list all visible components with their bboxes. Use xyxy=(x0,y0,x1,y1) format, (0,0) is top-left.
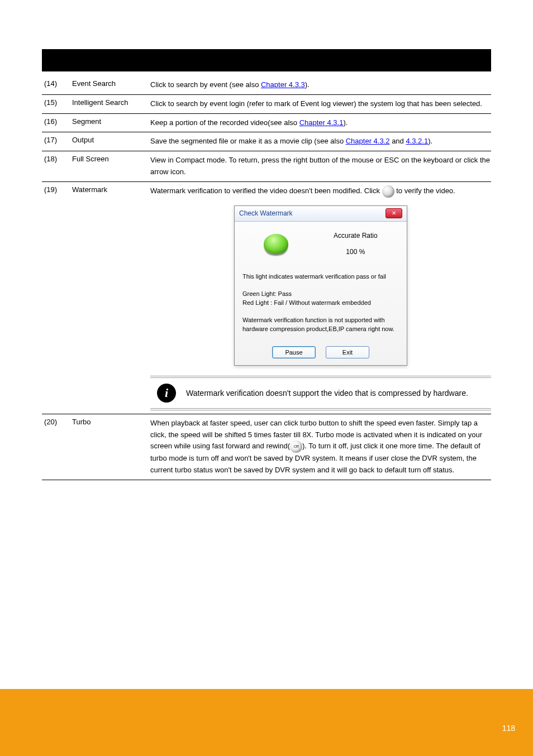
table-row-watermark: (19) Watermark Watermark verification to… xyxy=(42,182,491,410)
row-title: Intelligent Search xyxy=(72,98,150,107)
info-note-text: Watermark verification doesn't support t… xyxy=(186,387,468,399)
row-desc: Save the segmented file or make it as a … xyxy=(150,136,491,147)
watermark-after-icon-text: to verify the video. xyxy=(396,186,455,195)
exit-button[interactable]: Exit xyxy=(326,346,369,358)
row-title: Segment xyxy=(72,117,150,126)
pause-button[interactable]: Pause xyxy=(272,346,316,358)
link-chapter-4-3-2[interactable]: Chapter 4.3.2 xyxy=(346,137,390,145)
row-text: Click to search by event (see also xyxy=(150,80,261,89)
row-number: (14) xyxy=(42,79,72,88)
row-desc: When playback at faster speed, user can … xyxy=(150,418,491,476)
row-desc: Keep a portion of the recorded video(see… xyxy=(150,117,491,129)
close-icon[interactable]: ✕ xyxy=(386,208,402,218)
accurate-ratio-value: 100 % xyxy=(334,247,378,257)
table-row: (17) Output Save the segmented file or m… xyxy=(42,132,491,151)
row-desc: Watermark verification to verified the v… xyxy=(150,185,491,410)
row-number: (18) xyxy=(42,155,72,163)
row-text-after: ). xyxy=(428,137,432,145)
status-light-green xyxy=(264,234,288,254)
page-number: 118 xyxy=(502,724,515,733)
table-row-turbo: (20) Turbo When playback at faster speed… xyxy=(42,414,491,480)
link-4-3-2-1[interactable]: 4.3.2.1 xyxy=(406,137,428,145)
dialog-line2: Green Light: Pass xyxy=(242,290,292,297)
table-row: (15) Intelligent Search Click to search … xyxy=(42,95,491,114)
accurate-ratio-block: Accurate Ratio 100 % xyxy=(334,231,378,257)
accurate-ratio-label: Accurate Ratio xyxy=(334,231,378,241)
row-text: Keep a portion of the recorded video(see… xyxy=(150,118,299,127)
footer-bar: 118 xyxy=(0,689,533,756)
row-desc: Click to search by event login (refer to… xyxy=(150,98,491,110)
dialog-line1: This light indicates watermark verificat… xyxy=(242,272,399,281)
row-title: Watermark xyxy=(72,185,150,194)
watermark-tail-text: video doesn't been modified. Click xyxy=(270,186,382,195)
table-row: (18) Full Screen View in Compact mode. T… xyxy=(42,151,491,182)
row-text-after: ). xyxy=(343,118,348,127)
row-desc: View in Compact mode. To return, press t… xyxy=(150,155,491,178)
row-title: Output xyxy=(72,136,150,144)
info-icon: i xyxy=(157,384,176,403)
row-number: (16) xyxy=(42,117,72,126)
info-note-box: i Watermark verification doesn't support… xyxy=(150,376,491,410)
row-title: Turbo xyxy=(72,418,150,426)
row-number: (17) xyxy=(42,136,72,144)
row-number: (20) xyxy=(42,418,72,426)
turbo-off-icon[interactable]: Off xyxy=(290,441,302,453)
dialog-title: Check Watermark xyxy=(239,208,293,219)
watermark-lead-text: Watermark verification to verified the xyxy=(150,186,270,195)
dialog-line3: Red Light : Fail / Without watermark emb… xyxy=(242,299,371,306)
link-chapter-4-3-1[interactable]: Chapter 4.3.1 xyxy=(299,118,344,127)
row-text-mid: and xyxy=(390,137,406,145)
table-row: (14) Event Search Click to search by eve… xyxy=(42,76,491,95)
row-title: Full Screen xyxy=(72,155,150,163)
row-number: (15) xyxy=(42,98,72,107)
row-text: Save the segmented file or make it as a … xyxy=(150,137,346,145)
dialog-titlebar: Check Watermark ✕ xyxy=(235,206,407,222)
watermark-icon[interactable] xyxy=(382,185,394,198)
black-header-bar xyxy=(42,49,491,71)
dialog-line4: Watermark verification function is not s… xyxy=(242,315,399,334)
row-text-after: ). xyxy=(305,80,310,89)
row-desc: Click to search by event (see also Chapt… xyxy=(150,79,491,91)
table-row: (16) Segment Keep a portion of the recor… xyxy=(42,114,491,133)
dialog-legend: Green Light: Pass Red Light : Fail / Wit… xyxy=(242,289,399,308)
row-title: Event Search xyxy=(72,79,150,88)
check-watermark-dialog: Check Watermark ✕ Accurate Ratio 100 % T… xyxy=(234,205,407,366)
link-chapter-4-3-3[interactable]: Chapter 4.3.3 xyxy=(261,80,305,89)
row-number: (19) xyxy=(42,185,72,194)
